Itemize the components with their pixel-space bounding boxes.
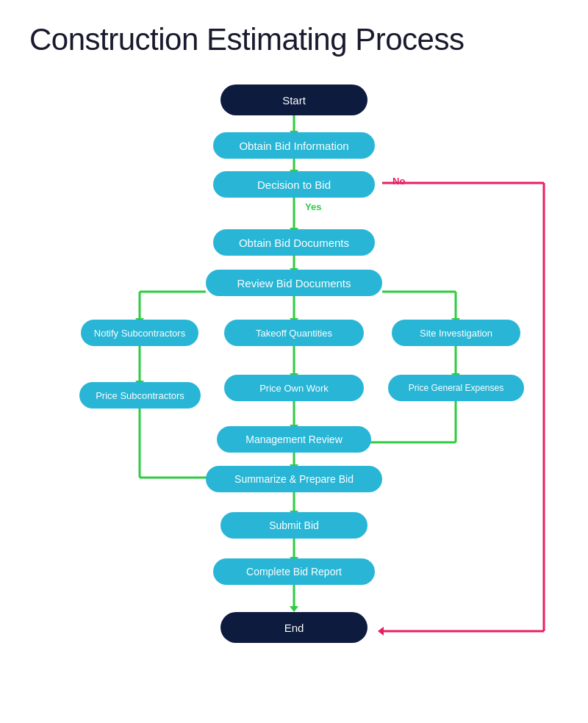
submit-bid-node: Submit Bid <box>220 512 368 539</box>
page-title: Construction Estimating Process <box>29 22 559 57</box>
end-node: End <box>220 612 368 643</box>
site-investigation-node: Site Investigation <box>392 320 520 346</box>
notify-subcontractors-node: Notify Subcontractors <box>81 320 198 346</box>
obtain-bid-info-node: Obtain Bid Information <box>213 132 375 159</box>
price-own-work-node: Price Own Work <box>224 375 364 401</box>
no-label: No <box>392 176 405 187</box>
price-subcontractors-node: Price Subcontractors <box>79 382 201 409</box>
takeoff-quantities-node: Takeoff Quantities <box>224 320 364 346</box>
start-node: Start <box>220 84 368 115</box>
summarize-prepare-bid-node: Summarize & Prepare Bid <box>206 466 382 492</box>
yes-label: Yes <box>305 201 321 212</box>
svg-marker-41 <box>378 627 384 636</box>
complete-bid-report-node: Complete Bid Report <box>213 558 375 585</box>
management-review-node: Management Review <box>217 426 371 453</box>
price-general-expenses-node: Price General Expenses <box>388 375 524 401</box>
obtain-bid-docs-node: Obtain Bid Documents <box>213 229 375 256</box>
review-bid-docs-node: Review Bid Documents <box>206 270 382 296</box>
svg-marker-37 <box>290 606 298 612</box>
decision-to-bid-node: Decision to Bid <box>213 171 375 198</box>
